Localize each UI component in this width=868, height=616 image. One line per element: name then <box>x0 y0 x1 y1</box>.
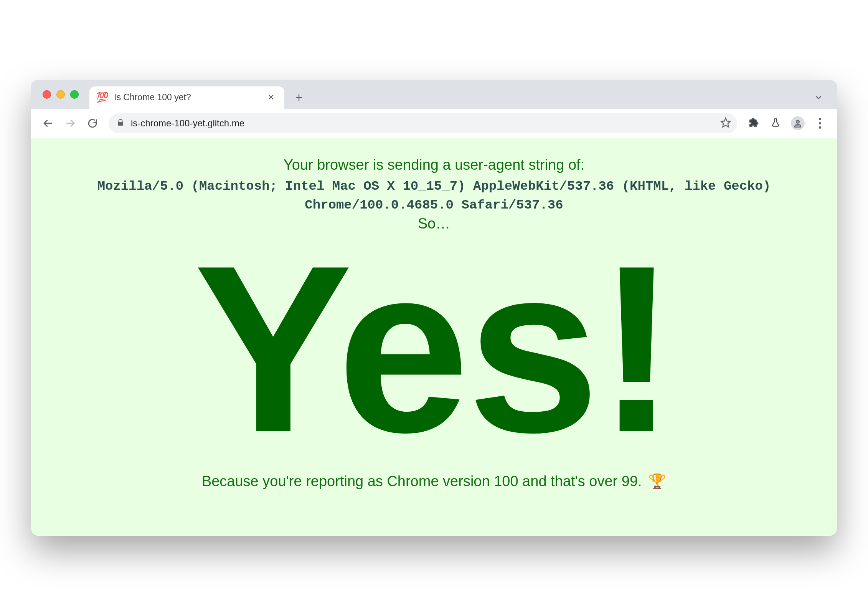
plus-icon <box>294 93 304 102</box>
reload-icon <box>87 118 98 129</box>
reason-text: Because you're reporting as Chrome versi… <box>46 473 822 490</box>
flask-icon <box>771 118 781 129</box>
maximize-window-button[interactable] <box>70 90 79 99</box>
close-tab-button[interactable]: ✕ <box>265 91 277 104</box>
trophy-icon: 🏆 <box>648 473 666 489</box>
new-tab-button[interactable] <box>290 88 308 107</box>
puzzle-piece-icon <box>748 117 759 129</box>
back-button[interactable] <box>38 113 58 133</box>
tab-title: Is Chrome 100 yet? <box>114 92 265 103</box>
tab-strip: 💯 Is Chrome 100 yet? ✕ <box>31 80 837 109</box>
address-bar[interactable]: is-chrome-100-yet.glitch.me <box>109 113 737 133</box>
tab-search-button[interactable] <box>809 88 828 107</box>
avatar-icon <box>791 116 805 130</box>
page-content: Your browser is sending a user-agent str… <box>31 138 837 536</box>
answer-headline: Yes! <box>46 236 822 462</box>
star-icon <box>720 117 731 128</box>
profile-button[interactable] <box>788 113 808 133</box>
browser-toolbar: is-chrome-100-yet.glitch.me <box>31 109 837 138</box>
window-controls <box>40 80 89 109</box>
labs-button[interactable] <box>766 113 785 133</box>
reload-button[interactable] <box>83 113 102 133</box>
browser-tab[interactable]: 💯 Is Chrome 100 yet? ✕ <box>89 86 284 109</box>
minimize-window-button[interactable] <box>56 90 65 99</box>
close-window-button[interactable] <box>43 90 51 99</box>
hundred-points-icon: 💯 <box>96 91 109 103</box>
lock-icon <box>116 118 125 128</box>
forward-button[interactable] <box>60 113 80 133</box>
arrow-left-icon <box>42 118 54 129</box>
chevron-down-icon <box>814 93 823 102</box>
browser-window: 💯 Is Chrome 100 yet? ✕ <box>31 80 837 536</box>
svg-point-5 <box>796 120 799 123</box>
reason-label: Because you're reporting as Chrome versi… <box>202 473 642 489</box>
extensions-button[interactable] <box>743 113 763 133</box>
bookmark-button[interactable] <box>720 117 731 129</box>
kebab-icon <box>819 118 821 129</box>
url-text: is-chrome-100-yet.glitch.me <box>131 118 720 129</box>
user-agent-string: Mozilla/5.0 (Macintosh; Intel Mac OS X 1… <box>46 177 822 215</box>
menu-button[interactable] <box>810 113 830 133</box>
intro-text: Your browser is sending a user-agent str… <box>46 155 822 175</box>
svg-marker-4 <box>721 118 730 127</box>
arrow-right-icon <box>64 118 76 129</box>
